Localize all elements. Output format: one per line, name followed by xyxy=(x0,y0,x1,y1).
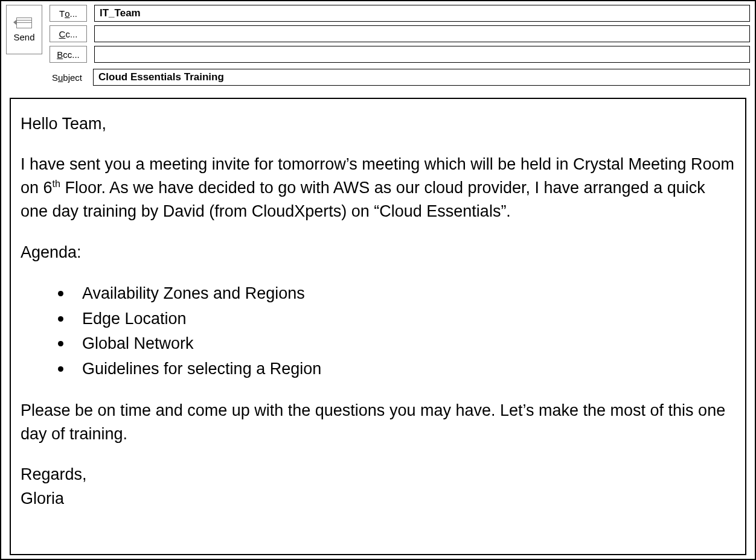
list-item: Availability Zones and Regions xyxy=(58,281,735,307)
to-button[interactable]: To... xyxy=(50,5,87,22)
agenda-label: Agenda: xyxy=(21,241,735,264)
list-item: Global Network xyxy=(58,331,735,357)
send-icon xyxy=(16,18,32,28)
body-para1: I have sent you a meeting invite for tom… xyxy=(21,153,735,223)
cc-field[interactable] xyxy=(94,25,750,42)
body-para2: Please be on time and come up with the q… xyxy=(21,399,735,446)
subject-field[interactable]: Cloud Essentials Training xyxy=(93,69,750,86)
list-item: Edge Location xyxy=(58,307,735,332)
address-fields: To... IT_Team Cc... Bcc... xyxy=(50,5,750,63)
bcc-field[interactable] xyxy=(94,46,750,63)
signature: Regards, Gloria xyxy=(21,463,735,510)
list-item: Guidelines for selecting a Region xyxy=(58,357,735,382)
to-field[interactable]: IT_Team xyxy=(94,5,750,22)
bcc-button[interactable]: Bcc... xyxy=(50,46,87,63)
cc-button[interactable]: Cc... xyxy=(50,25,87,42)
subject-label: Subject xyxy=(48,69,86,86)
compose-window: Send To... IT_Team Cc... Bcc xyxy=(0,0,756,560)
agenda-list: Availability Zones and Regions Edge Loca… xyxy=(58,281,735,382)
message-body[interactable]: Hello Team, I have sent you a meeting in… xyxy=(10,98,746,555)
send-button-label: Send xyxy=(13,32,34,42)
send-button[interactable]: Send xyxy=(6,5,42,54)
body-greeting: Hello Team, xyxy=(21,112,735,136)
header-area: Send To... IT_Team Cc... Bcc xyxy=(1,1,755,92)
